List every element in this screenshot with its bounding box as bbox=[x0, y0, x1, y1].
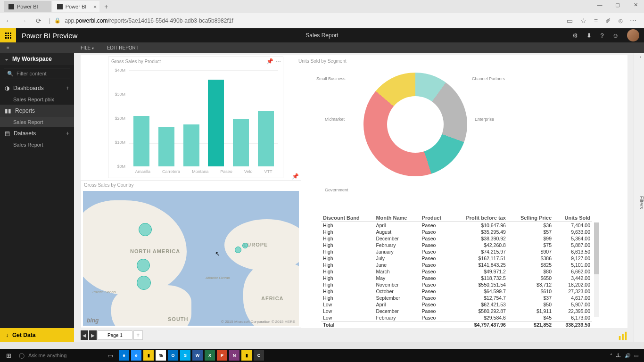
page-tab[interactable]: Page 1 bbox=[98, 330, 132, 340]
bing-logo: bing bbox=[87, 317, 99, 324]
sidebar-item[interactable]: Sales Report bbox=[0, 117, 74, 127]
more-icon[interactable]: ⋯ bbox=[630, 17, 636, 25]
next-page-icon[interactable]: ▶ bbox=[89, 330, 97, 340]
taskbar-search[interactable]: ◯Ask me anything bbox=[17, 350, 102, 361]
forward-icon[interactable]: → bbox=[19, 17, 28, 25]
app-launcher[interactable] bbox=[0, 28, 16, 42]
refresh-icon[interactable]: ⟳ bbox=[34, 17, 43, 25]
maximize-icon[interactable]: ▢ bbox=[611, 2, 624, 8]
table-visual[interactable]: Discount Band Month Name Product Profit … bbox=[321, 214, 592, 328]
help-icon[interactable]: ? bbox=[600, 32, 603, 39]
store-icon[interactable]: 🛍 bbox=[156, 350, 166, 361]
feedback-icon[interactable]: ☺ bbox=[612, 32, 619, 39]
map-bubble[interactable] bbox=[139, 223, 152, 236]
table-row[interactable]: HighJanuaryPaseo$74,215.97$9076,613.50 bbox=[321, 248, 592, 255]
network-icon[interactable]: 🖧 bbox=[616, 353, 621, 358]
share-icon[interactable]: ⎋ bbox=[619, 17, 622, 25]
url-field[interactable]: | 🔒 app.powerbi.com/reports/5ae14d16-55d… bbox=[49, 17, 561, 24]
task-view-icon[interactable]: ▭ bbox=[104, 350, 117, 361]
gear-icon[interactable]: ⚙ bbox=[572, 32, 578, 39]
table-row[interactable]: HighAugustPaseo$35,295.49$579,633.00 bbox=[321, 229, 592, 235]
close-icon[interactable]: ✕ bbox=[629, 2, 642, 8]
powerbi-icon[interactable]: ▮ bbox=[241, 350, 252, 361]
explorer-icon[interactable]: ▮ bbox=[143, 350, 154, 361]
table-row[interactable]: HighSeptemberPaseo$12,754.7$374,617.00 bbox=[321, 295, 592, 301]
map-visual[interactable]: Gross Sales by Country 📌 NORTH AMERICA E… bbox=[81, 180, 301, 328]
bar[interactable] bbox=[258, 111, 274, 166]
avatar[interactable] bbox=[627, 29, 639, 41]
bar[interactable] bbox=[158, 127, 174, 166]
donut-chart-visual[interactable]: Units Sold by Segment Small Business Cha… bbox=[297, 57, 618, 203]
table-row[interactable]: HighDecemberPaseo$38,390.92$995,364.00 bbox=[321, 235, 592, 242]
table-row[interactable]: HighMayPaseo$118,732.5$6503,442.00 bbox=[321, 275, 592, 281]
browser-tab[interactable]: Power BI bbox=[4, 1, 51, 12]
back-icon[interactable]: ← bbox=[4, 17, 13, 25]
map-bubble[interactable] bbox=[137, 276, 151, 290]
legend-label: Enterprise bbox=[475, 117, 494, 122]
table-row[interactable]: HighJunePaseo$141,843.25$8255,101.00 bbox=[321, 262, 592, 268]
volume-icon[interactable]: 🔊 bbox=[625, 353, 630, 358]
map-area[interactable]: NORTH AMERICA EUROPE AFRICA SOUTH Pacifi… bbox=[83, 191, 299, 326]
ie-icon[interactable]: e bbox=[131, 350, 141, 361]
table-row[interactable]: HighAprilPaseo$10,647.96$367,404.00 bbox=[321, 222, 592, 229]
table-row[interactable]: HighNovemberPaseo$550,151.54$3,71218,202… bbox=[321, 281, 592, 288]
reports-section[interactable]: ▮▮Reports bbox=[0, 105, 74, 117]
reading-icon[interactable]: ▭ bbox=[567, 17, 573, 25]
tray-chevron-icon[interactable]: ˄ bbox=[610, 353, 612, 358]
close-icon[interactable]: × bbox=[93, 3, 97, 10]
donut[interactable] bbox=[363, 73, 467, 176]
skype-icon[interactable]: S bbox=[180, 350, 190, 361]
start-icon[interactable]: ⊞ bbox=[2, 350, 15, 361]
minimize-icon[interactable]: — bbox=[593, 2, 606, 8]
note-icon[interactable]: ✐ bbox=[605, 17, 611, 25]
scrollbar[interactable] bbox=[594, 222, 599, 317]
outlook-icon[interactable]: O bbox=[168, 350, 178, 361]
hamburger-icon[interactable]: ≡ bbox=[0, 45, 16, 50]
word-icon[interactable]: W bbox=[192, 350, 203, 361]
filter-input[interactable]: 🔍Filter content bbox=[4, 68, 70, 79]
scroll-thumb[interactable] bbox=[594, 222, 599, 274]
more-icon[interactable]: ⋯ bbox=[275, 58, 281, 65]
add-page-button[interactable]: + bbox=[133, 330, 143, 340]
map-bubble[interactable] bbox=[242, 243, 248, 248]
get-data-button[interactable]: ↓Get Data bbox=[0, 328, 74, 342]
pin-icon[interactable]: 📌 bbox=[292, 173, 299, 180]
powerpoint-icon[interactable]: P bbox=[217, 350, 227, 361]
bar[interactable] bbox=[208, 80, 224, 166]
sidebar-item[interactable]: Sales Report bbox=[0, 140, 74, 150]
table-row[interactable]: LowDecemberPaseo$580,292.87$1,91122,395.… bbox=[321, 308, 592, 314]
new-tab-button[interactable]: + bbox=[100, 1, 112, 12]
table-row[interactable]: HighOctoberPaseo$64,599.7$61027,323.00 bbox=[321, 288, 592, 295]
bar[interactable] bbox=[133, 116, 149, 166]
table-row[interactable]: LowAprilPaseo$62,421.53$505,907.00 bbox=[321, 301, 592, 308]
hub-icon[interactable]: ≡ bbox=[594, 17, 598, 25]
map-bubble[interactable] bbox=[137, 259, 150, 272]
app-icon[interactable]: C bbox=[254, 350, 264, 361]
add-icon[interactable]: + bbox=[66, 85, 69, 91]
edit-report-button[interactable]: EDIT REPORT bbox=[100, 45, 145, 50]
table-row[interactable]: LowFebruaryPaseo$29,584.6$456,173.00 bbox=[321, 314, 592, 321]
table-row[interactable]: HighMarchPaseo$49,971.2$806,662.00 bbox=[321, 268, 592, 275]
download-icon[interactable]: ⬇ bbox=[586, 32, 592, 39]
pin-icon[interactable]: 📌 bbox=[266, 58, 273, 65]
workspace-selector[interactable]: ⌄My Workspace bbox=[0, 53, 74, 65]
onenote-icon[interactable]: N bbox=[229, 350, 239, 361]
excel-icon[interactable]: X bbox=[205, 350, 215, 361]
dashboards-section[interactable]: ◑Dashboards+ bbox=[0, 82, 74, 94]
file-menu[interactable]: FILE ▾ bbox=[74, 45, 100, 50]
favorite-icon[interactable]: ☆ bbox=[580, 17, 586, 25]
bar-chart-visual[interactable]: Gross Sales by Product 📌⋯ $40M $30M $20M… bbox=[108, 57, 283, 178]
sidebar-item[interactable]: Sales Report.pbix bbox=[0, 94, 74, 105]
bar[interactable] bbox=[183, 124, 199, 166]
table-row[interactable]: HighJulyPaseo$162,117.51$3869,127.00 bbox=[321, 255, 592, 262]
notifications-icon[interactable]: ▭ bbox=[634, 353, 638, 358]
datasets-section[interactable]: ▤Datasets+ bbox=[0, 127, 74, 140]
add-icon[interactable]: + bbox=[66, 130, 69, 137]
browser-tab-active[interactable]: Power BI× bbox=[52, 1, 100, 12]
bar[interactable] bbox=[233, 119, 249, 166]
map-bubble[interactable] bbox=[235, 247, 241, 253]
edge-icon[interactable]: e bbox=[119, 350, 129, 361]
filters-pane-toggle[interactable]: ‹Filters bbox=[634, 53, 644, 342]
prev-page-icon[interactable]: ◀ bbox=[81, 330, 88, 340]
table-row[interactable]: HighFebruaryPaseo$42,260.8$755,887.00 bbox=[321, 242, 592, 248]
